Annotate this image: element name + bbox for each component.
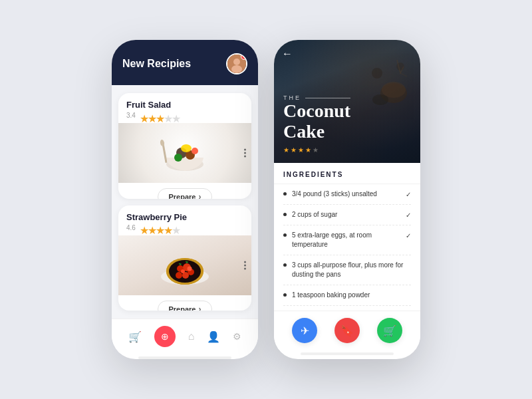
nav-settings[interactable]: ⚙: [233, 331, 241, 342]
recipe-card-header: Fruit Salad 3.4 ★ ★ ★ ★ ★: [118, 93, 251, 123]
dot-3: [244, 156, 246, 158]
recipe-list: Fruit Salad 3.4 ★ ★ ★ ★ ★: [112, 85, 258, 319]
prepare-label-2: Prepare: [169, 305, 196, 311]
bookmark-icon: 🔖: [340, 325, 354, 337]
star2-3: ★: [156, 224, 162, 231]
fruit-bowl-svg: [158, 130, 211, 176]
nav-search[interactable]: ⊕: [154, 326, 176, 347]
notification-badge: [241, 53, 247, 60]
share-button[interactable]: ✈: [292, 318, 317, 343]
right-home-indicator: [301, 352, 394, 355]
star-3: ★: [156, 112, 162, 119]
svg-point-24: [382, 82, 406, 98]
nav-cart[interactable]: 🛒: [128, 331, 142, 343]
strawberry-pie-image: [118, 235, 251, 295]
hero-section: ← THE Coconut Cake ★ ★ ★ ★ ★: [274, 40, 420, 163]
star2-4: ★: [164, 224, 170, 231]
avatar[interactable]: [226, 53, 247, 74]
svg-point-2: [231, 65, 242, 73]
hero-recipe-title: Coconut Cake: [283, 101, 350, 142]
back-icon: ←: [282, 48, 293, 59]
back-button[interactable]: ←: [282, 48, 293, 60]
svg-point-21: [188, 266, 192, 271]
hero-star-3: ★: [298, 146, 304, 154]
left-phone: New Recipies Fruit Salad 3: [112, 40, 258, 359]
recipe-card-header-2: Strawberry Pie 4.6 ★ ★ ★ ★ ★: [118, 205, 251, 235]
recipe-image-pie: [118, 235, 251, 295]
ingredient-bullet-2: [283, 213, 287, 216]
profile-icon: 👤: [207, 331, 220, 343]
rating-number: 3.4: [126, 112, 136, 119]
prepare-arrow-icon: ›: [198, 192, 201, 199]
dots-menu[interactable]: [244, 149, 246, 158]
prepare-label: Prepare: [169, 193, 196, 199]
star2-1: ★: [140, 224, 146, 231]
hero-divider-line: [305, 98, 350, 98]
right-phone: ← THE Coconut Cake ★ ★ ★ ★ ★: [274, 40, 420, 359]
ingredients-section: INGREDIENTS 3/4 pound (3 sticks) unsalte…: [274, 163, 420, 311]
dots-menu-2[interactable]: [244, 261, 246, 269]
nav-home[interactable]: ⌂: [188, 331, 195, 342]
ingredient-text-1: 3/4 pound (3 sticks) unsalted: [292, 190, 400, 199]
rating-number-2: 4.6: [126, 224, 136, 231]
svg-point-20: [181, 269, 185, 273]
dot2-1: [244, 261, 246, 263]
hero-star-1: ★: [283, 146, 289, 154]
bottom-nav: 🛒 ⊕ ⌂ 👤 ⚙: [112, 319, 258, 354]
dot-1: [244, 149, 246, 151]
cart-button[interactable]: 🛒: [377, 318, 402, 343]
star2-2: ★: [148, 224, 154, 231]
svg-point-6: [174, 154, 182, 162]
recipe-image-fruit: [118, 123, 251, 183]
hero-star-2: ★: [291, 146, 297, 154]
ingredient-bullet-4: [283, 263, 287, 267]
hero-stars: ★ ★ ★ ★ ★: [283, 146, 350, 154]
search-icon-active: ⊕: [154, 326, 176, 347]
ingredients-title: INGREDIENTS: [274, 163, 420, 184]
recipe-card-fruit-salad: Fruit Salad 3.4 ★ ★ ★ ★ ★: [118, 93, 251, 199]
ingredient-item-1: 3/4 pound (3 sticks) unsalted ✓: [283, 184, 411, 205]
star2-5: ★: [172, 224, 178, 231]
prepare-button-fruit-salad[interactable]: Prepare ›: [158, 188, 213, 199]
ingredient-check-1: ✓: [406, 191, 411, 198]
prepare-button-strawberry-pie[interactable]: Prepare ›: [158, 301, 213, 311]
ingredient-item-3: 5 extra-large eggs, at room temperature …: [283, 225, 411, 255]
prepare-arrow-icon-2: ›: [198, 305, 201, 311]
cart-icon: 🛒: [128, 331, 142, 343]
star-4: ★: [164, 112, 170, 119]
cart-icon-right: 🛒: [383, 325, 396, 337]
ingredients-list: 3/4 pound (3 sticks) unsalted ✓ 2 cups o…: [274, 184, 420, 311]
ingredient-text-5: 1 teaspoon baking powder: [292, 291, 406, 300]
recipe-title: Fruit Salad: [126, 100, 243, 110]
ingredient-check-3: ✓: [406, 232, 411, 239]
ingredient-item-6: 4 ounces sweetened shredded: [283, 306, 411, 311]
bookmark-button[interactable]: 🔖: [334, 318, 360, 343]
recipe-card-strawberry-pie: Strawberry Pie 4.6 ★ ★ ★ ★ ★: [118, 205, 251, 311]
ingredient-item-2: 2 cups of sugar ✓: [283, 205, 411, 225]
action-bar: ✈ 🔖 🛒: [274, 311, 420, 350]
svg-point-17: [176, 272, 182, 279]
strawberry-pie-svg: [155, 242, 215, 289]
hero-star-4: ★: [305, 146, 311, 154]
svg-point-28: [372, 94, 388, 105]
ingredient-text-2: 2 cups of sugar: [292, 210, 400, 219]
ingredient-check-2: ✓: [406, 211, 411, 219]
hero-star-5: ★: [313, 146, 319, 154]
star-2: ★: [148, 112, 154, 119]
svg-point-8: [192, 148, 198, 154]
recipe-stars-2: 4.6 ★ ★ ★ ★ ★: [126, 224, 243, 231]
ingredient-text-3: 5 extra-large eggs, at room temperature: [292, 231, 400, 249]
svg-point-1: [233, 59, 240, 65]
ingredient-bullet-3: [283, 233, 287, 237]
fruit-salad-image: [118, 123, 251, 183]
home-icon: ⌂: [188, 331, 195, 342]
ingredient-text-4: 3 cups all-purpose flour, plus more for …: [292, 261, 406, 279]
recipe-title-2: Strawberry Pie: [126, 212, 243, 222]
nav-profile[interactable]: 👤: [207, 331, 220, 343]
screens-container: New Recipies Fruit Salad 3: [112, 40, 420, 359]
prepare-btn-container: Prepare ›: [118, 183, 251, 199]
header: New Recipies: [112, 40, 258, 85]
dot2-3: [244, 267, 246, 269]
svg-point-26: [372, 68, 382, 78]
ingredient-item-4: 3 cups all-purpose flour, plus more for …: [283, 255, 411, 285]
